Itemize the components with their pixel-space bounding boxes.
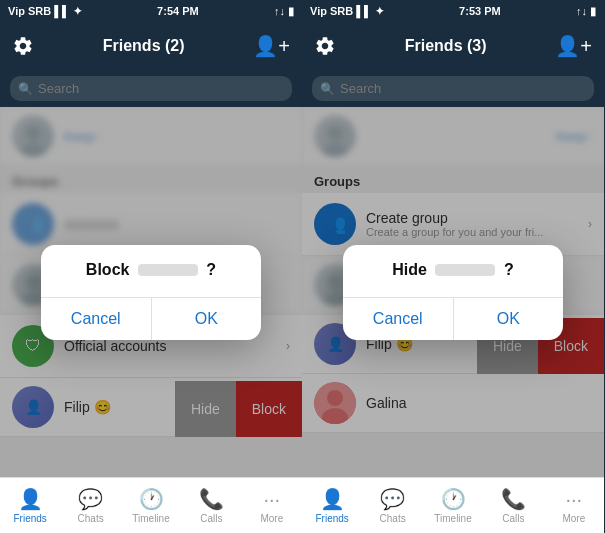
dialog-left: Block ? Cancel OK [41,245,261,340]
time-left: 7:54 PM [157,5,199,17]
dialog-overlay-left: Block ? Cancel OK [0,107,302,477]
calls-label-left: Calls [200,513,222,524]
left-panel: Vip SRB ▌▌ ✦ 7:54 PM ↑↓ ▮ Friends (2) 👤+… [0,0,302,533]
status-right-right: ↑↓ ▮ [576,5,596,18]
header-title-right: Friends (3) [405,37,487,55]
battery-icon-right: ▮ [590,5,596,18]
calls-icon-right: 📞 [501,487,526,511]
search-input-left[interactable] [10,76,292,101]
settings-icon-left[interactable] [12,35,34,57]
search-container-left: 🔍 [10,76,292,101]
time-right: 7:53 PM [459,5,501,17]
dialog-overlay-right: Hide ? Cancel OK [302,107,604,477]
dialog-buttons-left: Cancel OK [41,297,261,340]
arrow-icon-left: ↑↓ [274,5,285,17]
more-label-right: More [562,513,585,524]
header-title-left: Friends (2) [103,37,185,55]
calls-label-right: Calls [502,513,524,524]
signal-icon-right: ▌▌ [356,5,372,17]
dialog-title-left: Block ? [57,261,245,279]
chats-icon-right: 💬 [380,487,405,511]
more-icon-right: ··· [565,488,582,511]
wifi-icon-right: ✦ [375,5,384,18]
cancel-button-right[interactable]: Cancel [343,298,454,340]
status-bar-right: Vip SRB ▌▌ ✦ 7:53 PM ↑↓ ▮ [302,0,604,22]
bottom-nav-right: 👤 Friends 💬 Chats 🕐 Timeline 📞 Calls ···… [302,477,604,533]
dialog-title-right: Hide ? [359,261,547,279]
nav-chats-left[interactable]: 💬 Chats [60,481,120,530]
search-bar-right: 🔍 [302,70,604,107]
nav-calls-right[interactable]: 📞 Calls [483,481,543,530]
dialog-username-left [138,264,198,276]
calls-icon-left: 📞 [199,487,224,511]
nav-calls-left[interactable]: 📞 Calls [181,481,241,530]
chats-label-left: Chats [78,513,104,524]
nav-timeline-left[interactable]: 🕐 Timeline [121,481,181,530]
chats-label-right: Chats [380,513,406,524]
dialog-right: Hide ? Cancel OK [343,245,563,340]
timeline-label-right: Timeline [434,513,471,524]
friends-label-left: Friends [14,513,47,524]
ok-button-right[interactable]: OK [454,298,564,340]
chats-icon-left: 💬 [78,487,103,511]
timeline-label-left: Timeline [132,513,169,524]
nav-chats-right[interactable]: 💬 Chats [362,481,422,530]
dialog-body-right: Hide ? [343,245,563,297]
content-left: Keep › Groups 👥 [0,107,302,477]
dialog-body-left: Block ? [41,245,261,297]
wifi-icon-left: ✦ [73,5,82,18]
ok-button-left[interactable]: OK [152,298,262,340]
status-left: Vip SRB ▌▌ ✦ [8,5,82,18]
status-left-right: Vip SRB ▌▌ ✦ [310,5,384,18]
status-bar-left: Vip SRB ▌▌ ✦ 7:54 PM ↑↓ ▮ [0,0,302,22]
timeline-icon-left: 🕐 [139,487,164,511]
nav-friends-right[interactable]: 👤 Friends [302,481,362,530]
search-input-right[interactable] [312,76,594,101]
add-friend-icon-left[interactable]: 👤+ [253,34,290,58]
more-label-left: More [260,513,283,524]
signal-icon-left: ▌▌ [54,5,70,17]
cancel-button-left[interactable]: Cancel [41,298,152,340]
header-left: Friends (2) 👤+ [0,22,302,70]
search-container-right: 🔍 [312,76,594,101]
timeline-icon-right: 🕐 [441,487,466,511]
friends-icon-right: 👤 [320,487,345,511]
nav-friends-left[interactable]: 👤 Friends [0,481,60,530]
battery-icon-left: ▮ [288,5,294,18]
right-panel: Vip SRB ▌▌ ✦ 7:53 PM ↑↓ ▮ Friends (3) 👤+… [302,0,604,533]
settings-icon-right[interactable] [314,35,336,57]
bottom-nav-left: 👤 Friends 💬 Chats 🕐 Timeline 📞 Calls ···… [0,477,302,533]
more-icon-left: ··· [263,488,280,511]
nav-more-right[interactable]: ··· More [544,482,604,530]
nav-timeline-right[interactable]: 🕐 Timeline [423,481,483,530]
friends-icon-left: 👤 [18,487,43,511]
friends-label-right: Friends [316,513,349,524]
header-right: Friends (3) 👤+ [302,22,604,70]
dialog-username-right [435,264,495,276]
dialog-buttons-right: Cancel OK [343,297,563,340]
add-friend-icon-right[interactable]: 👤+ [555,34,592,58]
content-right: Keep › Groups 👥 Create group Create a gr… [302,107,604,477]
carrier-left: Vip SRB [8,5,51,17]
arrow-icon-right: ↑↓ [576,5,587,17]
status-right-left: ↑↓ ▮ [274,5,294,18]
search-bar-left: 🔍 [0,70,302,107]
carrier-right: Vip SRB [310,5,353,17]
nav-more-left[interactable]: ··· More [242,482,302,530]
